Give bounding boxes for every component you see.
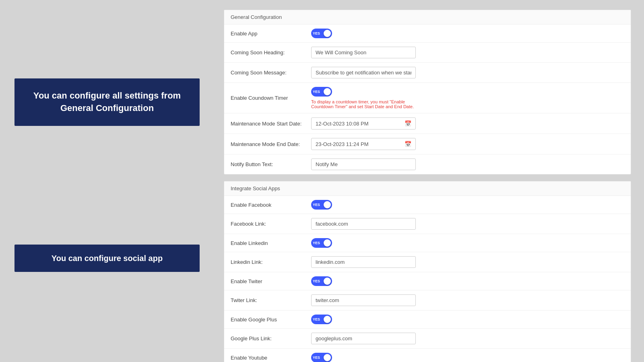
general-config-banner: You can configure all settings from Gene… [14,78,200,126]
linkedin-link-input[interactable] [311,256,416,268]
enable-linkedin-row: Enable Linkedin YES [224,234,631,252]
enable-app-label: Enable App [231,31,311,37]
enable-facebook-toggle[interactable]: YES [311,200,332,210]
start-date-value: 12-Oct-2023 10:08 PM [316,121,369,127]
enable-app-toggle[interactable]: YES [311,29,332,38]
social-config-header: Integrate Social Apps [224,181,631,196]
notify-button-input[interactable] [311,158,416,170]
enable-countdown-toggle[interactable]: YES [311,87,332,97]
enable-facebook-row: Enable Facebook YES [224,196,631,214]
twitter-link-label: Twiter Link: [231,297,311,303]
facebook-link-input[interactable] [311,218,416,230]
enable-gplus-label: Enable Google Plus [231,317,311,323]
start-date-label: Maintenance Mode Start Date: [231,121,311,127]
gplus-link-input[interactable] [311,333,416,344]
enable-gplus-toggle[interactable]: YES [311,315,332,324]
gplus-link-control [311,333,416,344]
enable-twitter-toggle-wrapper: YES [311,276,416,286]
coming-soon-message-label: Coming Soon Message: [231,70,311,76]
coming-soon-message-input[interactable] [311,67,416,78]
start-date-control: 12-Oct-2023 10:08 PM 📅 [311,117,416,130]
general-config-header: General Configuration [224,10,631,25]
enable-app-toggle-wrapper: YES [311,29,416,38]
enable-youtube-row: Enable Youtube YES [224,349,631,362]
linkedin-link-label: Linkedin Link: [231,259,311,265]
start-date-row: Maintenance Mode Start Date: 12-Oct-2023… [224,113,631,134]
countdown-hint: To display a countdown timer, you must "… [311,99,416,109]
facebook-link-label: Facebook Link: [231,221,311,227]
enable-linkedin-toggle-wrapper: YES [311,238,416,248]
enable-youtube-toggle[interactable]: YES [311,353,332,362]
enable-countdown-label: Enable Coundown Timer [231,95,311,101]
social-config-banner: You can configure social app [14,245,200,272]
end-date-label: Maintenance Mode End Date: [231,141,311,147]
calendar-icon: 📅 [405,120,411,127]
main-content: General Configuration Enable App YES Com… [224,10,631,362]
twitter-link-input[interactable] [311,294,416,306]
gplus-link-row: Google Plus Link: [224,329,631,349]
coming-soon-heading-row: Coming Soon Heading: [224,43,631,63]
twitter-link-row: Twiter Link: [224,290,631,311]
coming-soon-heading-input[interactable] [311,47,416,58]
facebook-link-control [311,218,416,230]
enable-app-row: Enable App YES [224,25,631,43]
coming-soon-heading-label: Coming Soon Heading: [231,49,311,56]
notify-button-row: Notify Button Text: [224,154,631,174]
enable-youtube-label: Enable Youtube [231,355,311,361]
coming-soon-heading-control [311,47,416,58]
enable-twitter-label: Enable Twiter [231,278,311,284]
enable-linkedin-label: Enable Linkedin [231,240,311,246]
enable-gplus-toggle-wrapper: YES [311,315,416,324]
facebook-link-row: Facebook Link: [224,214,631,234]
coming-soon-message-control [311,67,416,78]
enable-twitter-row: Enable Twiter YES [224,272,631,290]
linkedin-link-control [311,256,416,268]
calendar-icon-end: 📅 [405,141,411,147]
end-date-input[interactable]: 23-Oct-2023 11:24 PM 📅 [311,138,416,150]
enable-countdown-row: Enable Coundown Timer YES To display a c… [224,83,631,113]
linkedin-link-row: Linkedin Link: [224,252,631,272]
notify-button-label: Notify Button Text: [231,161,311,167]
enable-gplus-row: Enable Google Plus YES [224,311,631,329]
gplus-link-label: Google Plus Link: [231,335,311,341]
enable-countdown-control: YES To display a countdown timer, you mu… [311,87,416,109]
social-config-card: Integrate Social Apps Enable Facebook YE… [224,181,631,362]
twitter-link-control [311,294,416,306]
general-config-card: General Configuration Enable App YES Com… [224,10,631,175]
enable-facebook-toggle-wrapper: YES [311,200,416,210]
end-date-control: 23-Oct-2023 11:24 PM 📅 [311,138,416,150]
end-date-row: Maintenance Mode End Date: 23-Oct-2023 1… [224,134,631,154]
enable-linkedin-toggle[interactable]: YES [311,238,332,248]
coming-soon-message-row: Coming Soon Message: [224,63,631,83]
enable-youtube-toggle-wrapper: YES [311,353,416,362]
enable-facebook-label: Enable Facebook [231,202,311,208]
start-date-input[interactable]: 12-Oct-2023 10:08 PM 📅 [311,117,416,130]
notify-button-control [311,158,416,170]
end-date-value: 23-Oct-2023 11:24 PM [316,141,369,147]
enable-twitter-toggle[interactable]: YES [311,276,332,286]
